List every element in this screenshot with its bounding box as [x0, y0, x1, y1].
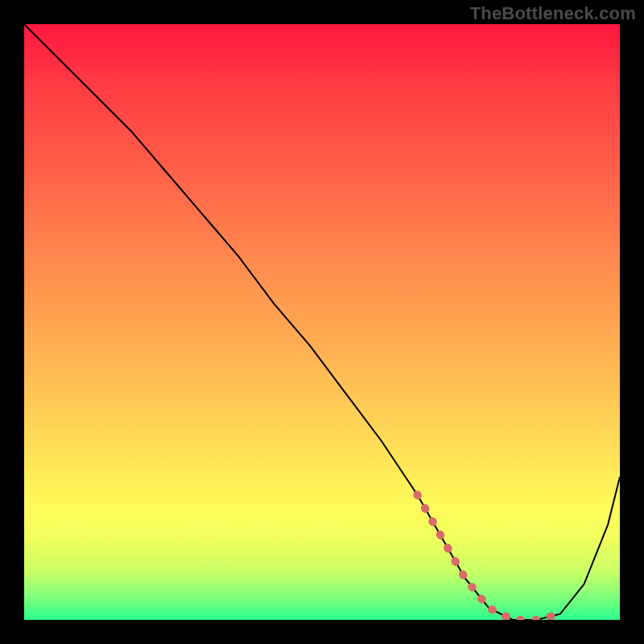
chart-frame: TheBottleneck.com: [0, 0, 644, 644]
optimal-segment-path: [417, 495, 560, 620]
bottleneck-curve-path: [24, 24, 620, 620]
plot-area: [24, 24, 620, 620]
watermark-text: TheBottleneck.com: [470, 3, 636, 24]
chart-svg: [24, 24, 620, 620]
